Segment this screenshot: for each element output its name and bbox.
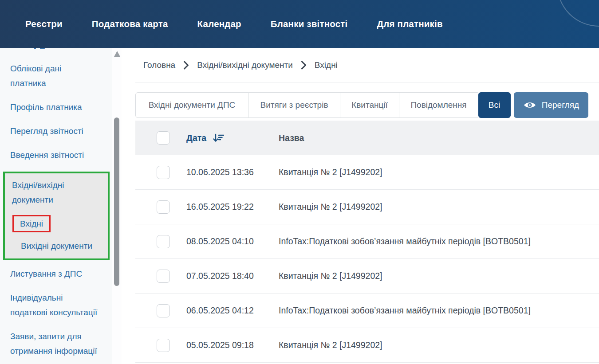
sidebar-item-konsultatsii[interactable]: Індивідуальні податкові консультації [0,290,112,320]
tab-incoming-dps[interactable]: Вхідні документи ДПС [135,92,248,118]
sidebar-item-perehliad-zvit[interactable]: Перегляд звітності [0,124,112,138]
breadcrumb-incoming[interactable]: Вхідні [315,60,338,70]
chevron-right-icon [301,61,307,70]
sidebar-item-vykhidni-dokumenty[interactable]: Вихідні документи [5,239,108,253]
tab-receipts[interactable]: Квитанції [340,92,399,118]
sidebar-item-oblikovi-dani[interactable]: Облікові дані платника [0,61,112,90]
sidebar-item-vkhidni-vykhidni[interactable]: Вхідні/вихідні документи [5,178,108,207]
table-row[interactable]: 08.05.2025 04:10 InfoTax:Податкові зобов… [135,224,599,259]
row-date: 10.06.2025 13:36 [186,167,262,177]
row-checkbox[interactable] [157,200,170,214]
select-all-checkbox[interactable] [157,131,170,145]
row-date: 07.05.2025 18:40 [186,271,262,281]
row-checkbox[interactable] [157,270,170,283]
row-date: 08.05.2025 04:10 [186,236,262,247]
sidebar-item-profil[interactable]: Профіль платника [0,100,112,114]
table-row[interactable]: 06.05.2025 04:12 InfoTax:Податкові зобов… [135,294,599,328]
tab-bar: Вхідні документи ДПС Витяги з реєстрів К… [135,92,588,118]
chevron-right-icon [183,61,189,70]
sidebar-menu: Облікові дані платника Профіль платника … [0,48,112,358]
row-date: 06.05.2025 04:12 [186,305,262,316]
row-checkbox[interactable] [157,304,170,317]
row-checkbox[interactable] [157,339,170,352]
table-row[interactable]: 10.06.2025 13:36 Квитанція № 2 [J1499202… [135,155,599,190]
green-highlight-box: Вхідні/вихідні документи Вхідні Вихідні … [3,172,110,260]
view-button[interactable]: Перегляд [514,92,588,118]
row-name: InfoTax:Податкові зобов’язання майбутніх… [279,305,599,316]
row-date: 16.05.2025 19:22 [186,202,262,212]
main-content: Головна Вхідні/вихідні документи Вхідні … [122,48,599,364]
breadcrumb-documents[interactable]: Вхідні/вихідні документи [197,60,293,70]
sort-descending-icon[interactable] [213,133,224,143]
table-row[interactable]: 05.05.2025 09:18 Квитанція № 2 [J1499202… [135,328,599,363]
nav-item-podatkova-karta[interactable]: Податкова карта [92,19,168,29]
column-header-date: Дата [186,133,206,143]
sidebar-item-vvedennia-zvit[interactable]: Введення звітності [0,148,112,162]
decorative-circle [557,0,599,27]
tab-notifications[interactable]: Повідомлення [399,92,478,118]
row-name: Квитанція № 2 [J1499202] [279,340,599,350]
table-row[interactable]: 16.05.2025 19:22 Квитанція № 2 [J1499202… [135,190,599,224]
top-nav: Реєстри Податкова карта Календар Бланки … [0,0,599,48]
eye-icon [523,101,536,110]
column-header-name: Назва [279,133,599,143]
sidebar-item-lystuvannia[interactable]: Листування з ДПС [0,266,112,281]
row-checkbox[interactable] [157,166,170,179]
nav-item-reestry[interactable]: Реєстри [25,19,63,29]
sidebar-item-zaiavy-zapyty[interactable]: Заяви, запити для отримання інформації [0,329,112,358]
sidebar-scrollbar-track[interactable] [112,48,122,364]
row-name: Квитанція № 2 [J1499202] [279,167,599,177]
sidebar: Облікові дані платника Профіль платника … [0,48,122,364]
nav-item-dlia-platnykiv[interactable]: Для платників [377,19,442,29]
tab-extracts[interactable]: Витяги з реєстрів [248,92,340,118]
scroll-up-arrow-icon[interactable] [114,51,120,57]
table-header: Дата Назва [135,121,599,155]
row-date: 05.05.2025 09:18 [186,340,262,350]
table-row[interactable]: 07.05.2025 18:40 Квитанція № 2 [J1499202… [135,259,599,294]
view-button-label: Перегляд [542,100,579,110]
row-name: InfoTax:Податкові зобов’язання майбутніх… [279,236,599,247]
breadcrumb: Головна Вхідні/вихідні документи Вхідні [135,48,599,82]
row-checkbox[interactable] [157,235,170,248]
nav-item-blanky[interactable]: Бланки звітності [271,19,348,29]
row-name: Квитанція № 2 [J1499202] [279,271,599,281]
nav-item-kalendar[interactable]: Календар [197,19,241,29]
sidebar-item-vkhidni[interactable]: Вхідні [20,216,43,231]
sidebar-scrollbar-thumb[interactable] [114,117,119,286]
red-highlight-box: Вхідні [12,215,51,232]
row-name: Квитанція № 2 [J1499202] [279,202,599,212]
breadcrumb-home[interactable]: Головна [143,60,175,70]
tab-all[interactable]: Всі [478,92,511,118]
